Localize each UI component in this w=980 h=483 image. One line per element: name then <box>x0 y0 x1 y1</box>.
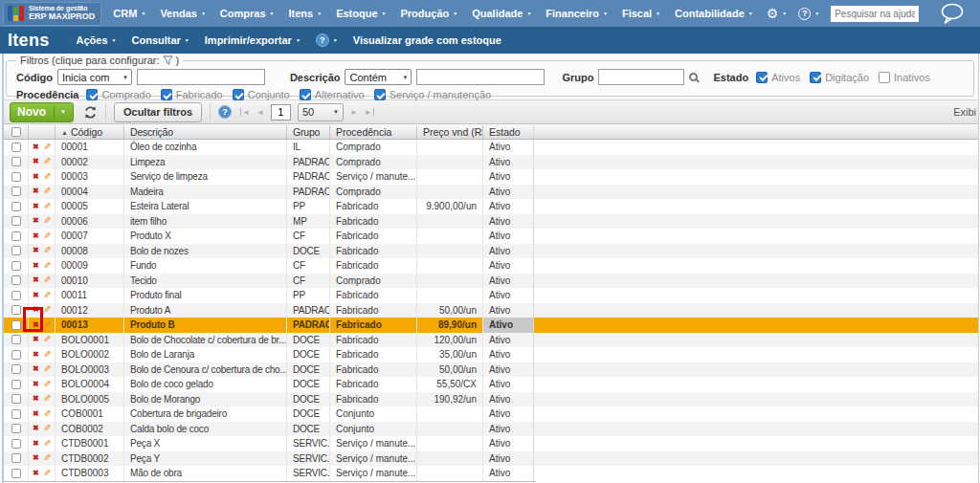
filter-fabricado[interactable]: Fabricado <box>161 89 223 100</box>
delete-icon[interactable]: ✖ <box>33 292 39 299</box>
row-checkbox[interactable] <box>11 424 21 433</box>
edit-icon[interactable]: ✎ <box>43 394 51 404</box>
filter-inativos[interactable]: Inativos <box>879 72 930 83</box>
delete-icon[interactable]: ✖ <box>33 276 39 284</box>
menu-consultar[interactable]: Consultar▼ <box>132 34 189 46</box>
row-checkbox[interactable] <box>11 394 21 404</box>
edit-icon[interactable]: ✎ <box>43 380 51 389</box>
delete-icon[interactable]: ✖ <box>33 440 39 448</box>
table-row[interactable]: ✖✎CTDB0002Peça YSERVIC...Serviço / manut… <box>4 451 978 467</box>
checkbox-fabricado[interactable] <box>161 89 172 100</box>
table-row[interactable]: ✖✎BOLO0003Bolo de Cenoura c/ cobertura d… <box>4 362 978 378</box>
table-row[interactable]: ✖✎00004MadeiraPADRAOCompradoAtivo <box>4 185 978 200</box>
delete-icon[interactable]: ✖ <box>33 336 39 343</box>
codigo-filter-input[interactable] <box>137 69 265 85</box>
edit-icon[interactable]: ✎ <box>43 291 51 300</box>
grupo-filter-input[interactable] <box>598 69 684 85</box>
edit-icon[interactable]: ✎ <box>43 350 51 360</box>
table-row[interactable]: ✖✎CTDB0001Peça XSERVIC...Serviço / manut… <box>4 436 978 451</box>
row-checkbox[interactable] <box>11 364 21 374</box>
table-row[interactable]: ✖✎BOLO0001Bolo de Chocolate c/ cobertura… <box>4 333 978 348</box>
page-size-select[interactable]: 50▼ <box>298 103 344 121</box>
delete-icon[interactable]: ✖ <box>33 158 39 165</box>
delete-icon[interactable]: ✖ <box>33 470 39 477</box>
delete-icon[interactable]: ✖ <box>33 410 39 418</box>
ocultar-filtros-button[interactable]: Ocultar filtros <box>114 102 202 122</box>
menu-financeiro[interactable]: Financeiro▼ <box>546 8 608 19</box>
row-checkbox[interactable] <box>11 157 21 166</box>
edit-icon[interactable]: ✎ <box>43 364 51 374</box>
refresh-icon[interactable] <box>83 105 98 120</box>
delete-icon[interactable]: ✖ <box>33 173 39 181</box>
column-header-preco[interactable]: Preço vnd (R$) <box>417 125 483 139</box>
table-row[interactable]: ✖✎00011Produto finalPPFabricadoAtivo <box>4 288 978 303</box>
row-checkbox[interactable] <box>11 305 21 315</box>
table-row[interactable]: ✖✎00006item filhoMPFabricadoAtivo <box>4 214 978 230</box>
edit-icon[interactable]: ✎ <box>43 143 51 152</box>
row-checkbox[interactable] <box>11 439 21 449</box>
row-checkbox[interactable] <box>11 143 21 152</box>
row-checkbox[interactable] <box>11 350 21 360</box>
column-header-descricao[interactable]: Descrição <box>124 125 287 139</box>
edit-icon[interactable]: ✎ <box>43 335 51 344</box>
row-checkbox[interactable] <box>11 335 21 344</box>
row-checkbox[interactable] <box>11 261 21 271</box>
menu-qualidade[interactable]: Qualidade▼ <box>472 8 531 19</box>
next-page-icon[interactable]: ► <box>350 108 358 117</box>
edit-icon[interactable]: ✎ <box>43 172 51 182</box>
table-row[interactable]: ✖✎00010TecidoCFCompradoAtivo <box>4 274 978 289</box>
table-row[interactable]: ✖✎00007Produto XCFFabricadoAtivo <box>4 229 978 244</box>
menu-compras[interactable]: Compras▼ <box>220 8 275 19</box>
table-row[interactable]: ✖✎CTDB0003Mão de obraSERVIC...Serviço / … <box>4 466 978 481</box>
menu-estoque[interactable]: Estoque▼ <box>336 8 386 19</box>
row-checkbox[interactable] <box>11 380 21 389</box>
page-number-input[interactable] <box>271 104 291 121</box>
settings-menu[interactable]: ⚙▼ <box>767 6 788 21</box>
table-row[interactable]: ✖✎00003Serviço de limpezaPADRAOServiço /… <box>4 169 978 185</box>
table-row[interactable]: ✖✎COB0002Calda bolo de cocoDOCEConjuntoA… <box>4 422 978 437</box>
checkbox-comprado[interactable] <box>86 89 98 100</box>
edit-icon[interactable]: ✎ <box>43 275 51 285</box>
menu-imprimir-exportar[interactable]: Imprimir/exportar▼ <box>205 34 301 46</box>
filter-digitacao[interactable]: Digitação <box>810 72 869 83</box>
edit-icon[interactable]: ✎ <box>43 409 51 419</box>
edit-icon[interactable]: ✎ <box>43 231 51 241</box>
table-row[interactable]: ✖✎00002LimpezaPADRAOCompradoAtivo <box>4 155 978 170</box>
edit-icon[interactable]: ✎ <box>43 439 51 449</box>
edit-icon[interactable]: ✎ <box>43 320 51 330</box>
checkbox-conjunto[interactable] <box>233 89 244 100</box>
link-visualizar-grade[interactable]: Visualizar grade com estoque <box>353 34 501 46</box>
edit-icon[interactable]: ✎ <box>43 305 51 315</box>
table-row[interactable]: ✖✎BOLO0002Bolo de LaranjaDOCEFabricado35… <box>4 347 978 362</box>
grid-help-icon[interactable]: ? <box>218 105 232 119</box>
menu-crm[interactable]: CRM▼ <box>113 8 145 19</box>
page-help-menu[interactable]: ?▼ <box>316 33 338 47</box>
delete-icon[interactable]: ✖ <box>33 262 39 270</box>
table-row[interactable]: ✖✎00008Bolo de nozesDOCEFabricadoAtivo <box>4 244 978 259</box>
delete-icon[interactable]: ✖ <box>33 381 39 388</box>
first-page-icon[interactable]: ◄ <box>240 108 250 117</box>
row-checkbox[interactable] <box>11 216 21 226</box>
edit-icon[interactable]: ✎ <box>43 216 51 226</box>
edit-icon[interactable]: ✎ <box>43 187 51 196</box>
delete-icon[interactable]: ✖ <box>33 425 39 432</box>
select-all-checkbox[interactable] <box>11 127 21 137</box>
row-checkbox[interactable] <box>11 409 21 419</box>
edit-icon[interactable]: ✎ <box>43 453 51 463</box>
delete-icon[interactable]: ✖ <box>33 365 39 373</box>
delete-icon[interactable]: ✖ <box>33 217 39 225</box>
row-checkbox[interactable] <box>11 275 21 285</box>
checkbox-inativos[interactable] <box>879 72 890 83</box>
menu-acoes[interactable]: Ações▼ <box>77 34 117 46</box>
filter-conjunto[interactable]: Conjunto <box>233 89 290 100</box>
edit-icon[interactable]: ✎ <box>43 424 51 433</box>
app-logo[interactable]: Sistema de gestão ERP MAXIPROD <box>3 2 101 26</box>
filter-comprado[interactable]: Comprado <box>86 89 150 100</box>
column-header-procedencia[interactable]: Procedência <box>330 125 417 139</box>
last-page-icon[interactable]: ► <box>365 108 374 117</box>
checkbox-servico-manutencao[interactable] <box>374 89 386 100</box>
menu-producao[interactable]: Produção▼ <box>401 8 458 19</box>
column-header-estado[interactable]: Estado <box>483 125 534 139</box>
descricao-filter-input[interactable] <box>416 69 545 85</box>
column-header-codigo[interactable]: ▲Código <box>56 125 124 139</box>
